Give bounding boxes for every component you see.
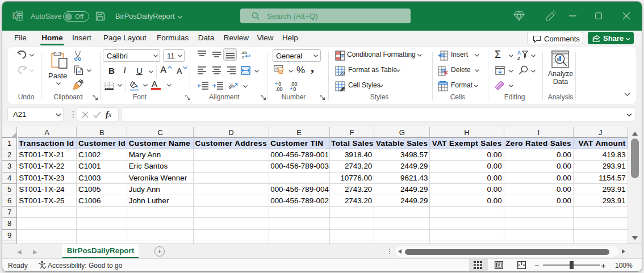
svg-text:Z: Z bbox=[517, 56, 520, 61]
svg-text:X: X bbox=[14, 12, 18, 19]
svg-text:ab: ab bbox=[229, 82, 235, 90]
svg-text:c: c bbox=[242, 54, 244, 59]
svg-text:A: A bbox=[517, 50, 521, 56]
svg-text:.00: .00 bbox=[275, 86, 283, 91]
svg-text:0: 0 bbox=[293, 86, 296, 91]
